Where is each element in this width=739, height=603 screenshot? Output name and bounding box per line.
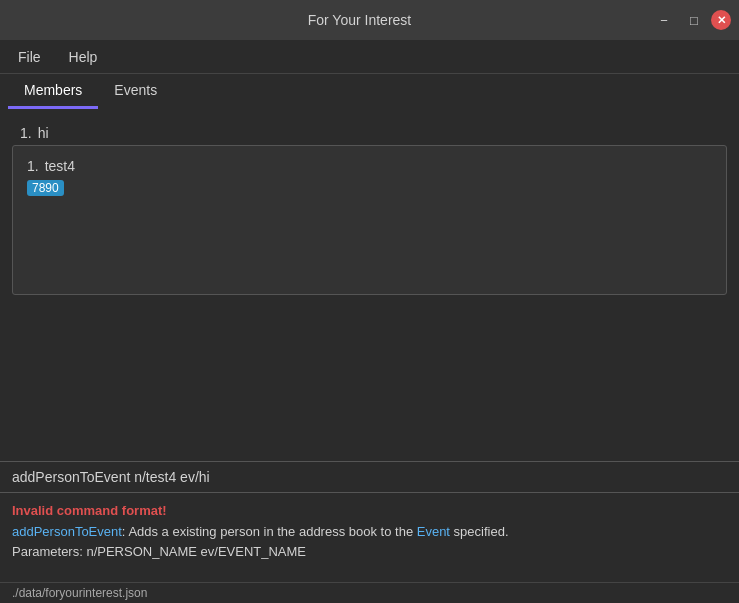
menu-help[interactable]: Help (59, 45, 108, 69)
output-command-name: addPersonToEvent (12, 524, 122, 539)
title-bar-controls: − □ ✕ (651, 7, 731, 33)
output-info-after: specified. (450, 524, 509, 539)
minimize-button[interactable]: − (651, 7, 677, 33)
close-button[interactable]: ✕ (711, 10, 731, 30)
member-header: 1. test4 (27, 158, 712, 174)
status-path: ./data/foryourinterest.json (12, 586, 147, 600)
status-bar: ./data/foryourinterest.json (0, 582, 739, 603)
title-bar: For Your Interest − □ ✕ (0, 0, 739, 40)
output-error-line: Invalid command format! (12, 503, 727, 518)
output-event-highlight: Event (417, 524, 450, 539)
group-item: 1. hi 1. test4 7890 (12, 121, 727, 295)
members-area: 1. hi 1. test4 7890 (12, 121, 727, 453)
member-badge: 7890 (27, 180, 64, 196)
main-content: 1. hi 1. test4 7890 (0, 109, 739, 461)
output-info-mid: Adds a existing person in the address bo… (125, 524, 416, 539)
maximize-button[interactable]: □ (681, 7, 707, 33)
output-info-line: addPersonToEvent: Adds a existing person… (12, 522, 727, 561)
member-number: 1. (27, 158, 39, 174)
tab-events[interactable]: Events (98, 74, 173, 109)
group-number: 1. (20, 125, 32, 141)
window-title: For Your Interest (68, 12, 651, 28)
command-input[interactable] (12, 469, 727, 485)
group-members-box: 1. test4 7890 (12, 145, 727, 295)
command-bar (0, 461, 739, 492)
menu-bar: File Help (0, 40, 739, 74)
output-area: Invalid command format! addPersonToEvent… (0, 492, 739, 582)
group-header: 1. hi (12, 121, 727, 145)
member-entry: 1. test4 7890 (21, 154, 718, 200)
member-name: test4 (45, 158, 75, 174)
group-name: hi (38, 125, 49, 141)
output-parameters: Parameters: n/PERSON_NAME ev/EVENT_NAME (12, 544, 306, 559)
tab-bar: Members Events (0, 74, 739, 109)
menu-file[interactable]: File (8, 45, 51, 69)
tab-members[interactable]: Members (8, 74, 98, 109)
